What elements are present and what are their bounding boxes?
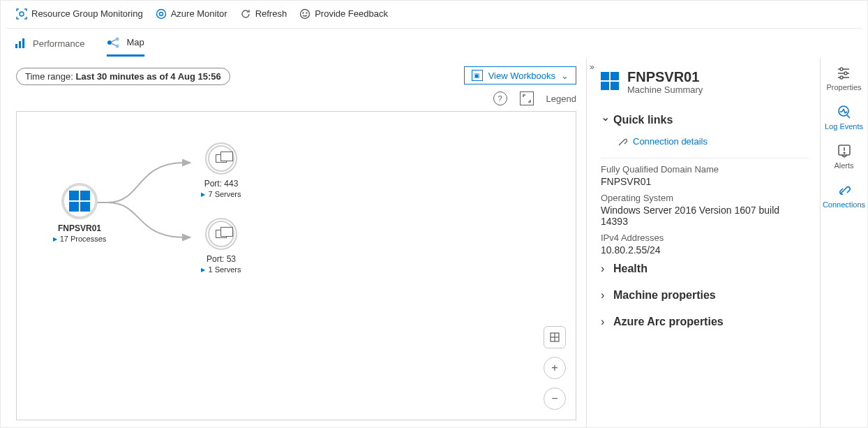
help-button[interactable]: ?: [493, 91, 507, 105]
windows-logo-icon: [69, 191, 90, 212]
time-range-prefix: Time range:: [25, 71, 76, 82]
rail-connections-label: Connections: [823, 200, 865, 209]
performance-icon: [15, 37, 27, 50]
servers-icon: [216, 230, 227, 238]
feedback-label: Provide Feedback: [315, 8, 388, 19]
fqdn-label: Fully Qualified Domain Name: [601, 164, 809, 175]
tab-map[interactable]: Map: [107, 36, 144, 57]
view-workbooks-button[interactable]: ▣ View Workbooks ⌄: [464, 66, 576, 84]
chevron-down-icon: ⌄: [561, 71, 569, 81]
map-node-main-sub: 17 Processes: [47, 235, 112, 243]
details-title: FNPSVR01: [627, 69, 703, 84]
collapse-panel-button[interactable]: »: [590, 62, 594, 72]
rail-properties-label: Properties: [826, 83, 861, 91]
servers-icon: [216, 154, 227, 163]
right-rail: Properties Log Events Alerts Connections: [820, 58, 867, 427]
map-node-port-53[interactable]: Port: 53 1 Servers: [190, 218, 253, 274]
svg-rect-8: [22, 38, 24, 48]
svg-point-9: [107, 40, 112, 45]
quick-links-header: Quick links: [613, 114, 673, 126]
map-node-port-443-title: Port: 443: [190, 179, 253, 189]
time-range-selector[interactable]: Time range: Last 30 minutes as of 4 Aug …: [16, 68, 230, 85]
machine-props-header: Machine properties: [613, 289, 716, 302]
refresh-label: Refresh: [255, 8, 287, 19]
view-workbooks-label: View Workbooks: [488, 71, 555, 81]
svg-line-12: [112, 40, 116, 42]
svg-line-13: [112, 43, 116, 45]
rail-log-events-label: Log Events: [825, 122, 863, 131]
section-arc-properties[interactable]: Azure Arc properties: [601, 309, 809, 335]
rail-properties[interactable]: Properties: [826, 65, 861, 91]
connection-icon: [618, 137, 627, 147]
svg-point-5: [306, 13, 307, 13]
zoom-controls: + −: [544, 326, 566, 410]
section-health[interactable]: Health: [601, 256, 809, 282]
map-node-port-53-sub: 1 Servers: [190, 265, 253, 274]
zoom-out-button[interactable]: −: [544, 388, 566, 410]
svg-point-4: [303, 13, 304, 13]
resource-group-monitoring-button[interactable]: Resource Group Monitoring: [16, 8, 143, 20]
section-machine-properties[interactable]: Machine properties: [601, 282, 809, 309]
legend-row: ? Legend: [493, 91, 576, 105]
connection-details-link[interactable]: Connection details: [633, 136, 708, 147]
svg-rect-7: [19, 41, 21, 48]
fqdn-value: FNPSVR01: [601, 176, 809, 187]
section-quick-links[interactable]: Quick links: [601, 106, 809, 133]
fit-to-screen-button[interactable]: [544, 326, 566, 348]
map-node-port-443-sub: 7 Servers: [190, 190, 253, 198]
svg-point-24: [840, 76, 843, 79]
rail-alerts-label: Alerts: [834, 161, 853, 170]
refresh-icon: [240, 8, 251, 20]
workbooks-icon: ▣: [472, 70, 483, 81]
rail-connections[interactable]: Connections: [823, 182, 865, 209]
ip-label: IPv4 Addresses: [601, 233, 809, 243]
svg-point-3: [301, 9, 310, 18]
feedback-icon: [299, 8, 310, 20]
tab-bar: Performance Map: [1, 29, 867, 58]
tab-map-label: Map: [126, 37, 144, 47]
svg-point-22: [844, 72, 847, 75]
azure-monitor-label: Azure Monitor: [171, 8, 227, 19]
svg-point-2: [159, 12, 163, 15]
details-panel: » FNPSVR01 Machine Summary Quick links C…: [586, 58, 820, 427]
health-header: Health: [613, 263, 648, 275]
map-node-main[interactable]: FNPSVR01 17 Processes: [47, 183, 112, 243]
rail-log-events[interactable]: Log Events: [825, 104, 863, 131]
svg-point-10: [116, 37, 119, 40]
azure-monitor-button[interactable]: Azure Monitor: [156, 8, 227, 20]
svg-point-0: [20, 12, 24, 16]
scope-icon: [16, 8, 27, 20]
map-icon: [107, 36, 121, 49]
svg-line-28: [844, 109, 845, 113]
svg-line-29: [845, 112, 847, 113]
expand-button[interactable]: [520, 91, 534, 105]
ip-value: 10.80.2.55/24: [601, 244, 809, 256]
svg-point-33: [844, 152, 845, 154]
time-range-value: Last 30 minutes as of 4 Aug 15:56: [76, 71, 221, 82]
svg-point-1: [156, 9, 165, 18]
legend-label: Legend: [546, 94, 576, 104]
rail-alerts[interactable]: Alerts: [834, 143, 853, 170]
os-label: Operating System: [601, 193, 809, 203]
tab-performance[interactable]: Performance: [15, 37, 84, 55]
details-subtitle: Machine Summary: [627, 84, 703, 95]
zoom-in-button[interactable]: +: [544, 357, 566, 379]
monitor-icon: [156, 8, 167, 20]
os-value: Windows Server 2016 Version 1607 build 1…: [601, 205, 809, 227]
map-node-port-443[interactable]: Port: 443 7 Servers: [190, 142, 253, 198]
refresh-button[interactable]: Refresh: [240, 8, 287, 20]
tab-performance-label: Performance: [33, 38, 84, 49]
map-canvas[interactable]: FNPSVR01 17 Processes Port: 443 7 Server…: [16, 111, 576, 420]
arc-header: Azure Arc properties: [613, 316, 724, 328]
svg-point-25: [839, 106, 848, 116]
svg-marker-15: [183, 235, 190, 240]
svg-marker-14: [183, 160, 190, 165]
map-area: Time range: Last 30 minutes as of 4 Aug …: [1, 58, 586, 427]
svg-point-11: [116, 44, 119, 47]
map-node-main-title: FNPSVR01: [47, 223, 112, 233]
svg-line-30: [847, 115, 850, 118]
resource-group-monitoring-label: Resource Group Monitoring: [31, 8, 143, 19]
svg-point-20: [840, 68, 843, 71]
feedback-button[interactable]: Provide Feedback: [299, 8, 388, 20]
svg-rect-6: [15, 44, 17, 48]
